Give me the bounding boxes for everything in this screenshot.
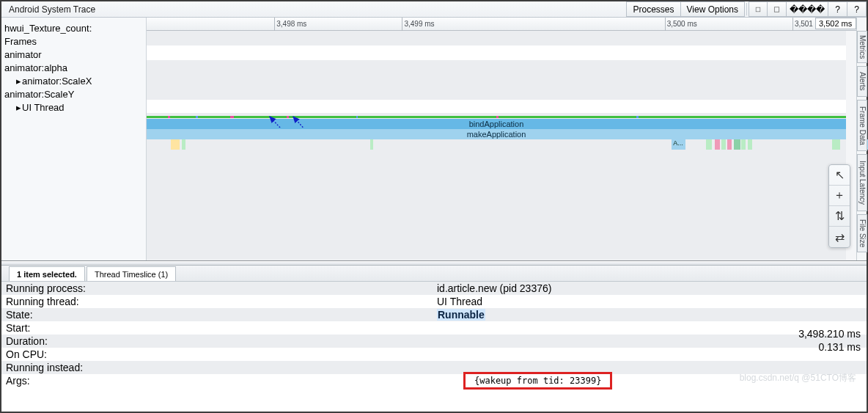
trace-slice[interactable] — [171, 139, 179, 150]
state-runnable: Runnable — [437, 309, 485, 321]
title-bar: Android System Trace Processes View Opti… — [1, 1, 867, 18]
detail-row: Start:3,498.210 ms — [1, 321, 867, 335]
tab-selection-summary[interactable]: 1 item selected. — [9, 266, 85, 281]
side-tab[interactable]: File Size — [857, 214, 867, 252]
detail-tabs: 1 item selected. Thread Timeslice (1) — [1, 266, 867, 282]
detail-row: Duration:0.131 ms — [1, 335, 867, 348]
sidebar-label: animator:alpha — [4, 62, 67, 73]
detail-key: Start: — [1, 322, 434, 334]
trace-slice[interactable] — [832, 139, 840, 150]
nav-palette: ↖ ＋ ⇅ ⇄ — [828, 164, 850, 248]
args-highlight: {wakeup from tid: 23399} — [463, 372, 612, 390]
slice-row-detail[interactable]: A...Loc — [147, 139, 846, 150]
trace-slice[interactable] — [721, 139, 726, 150]
help-button[interactable]: ? — [828, 1, 847, 17]
detail-value: Runnable — [434, 309, 867, 321]
trace-body[interactable]: bindApplication makeApplication A...Loc — [147, 31, 846, 260]
trace-slice[interactable] — [748, 139, 752, 150]
detail-key: Running thread: — [1, 296, 434, 307]
thread-state-strip[interactable] — [147, 116, 846, 118]
side-tab[interactable]: Frame Data — [857, 100, 867, 151]
detail-key: On CPU: — [1, 348, 434, 360]
trace-slice[interactable] — [370, 139, 373, 150]
toolbar-icon-2[interactable] — [768, 1, 787, 17]
trace-slice[interactable]: A... — [672, 139, 685, 150]
trace-canvas[interactable]: 3,498 ms3,499 ms3,500 ms3,501 ms 3,502 m… — [147, 18, 867, 260]
trace-area: hwui_Texture_count:Framesanimatoranimato… — [1, 18, 867, 261]
detail-value-text: 3,498.210 ms — [798, 328, 861, 340]
svg-rect-0 — [756, 7, 760, 12]
tab-thread-timeslice[interactable]: Thread Timeslice (1) — [87, 266, 176, 281]
detail-row: Running thread:UI Thread — [1, 295, 867, 308]
sidebar-label: animator:ScaleX — [22, 76, 92, 87]
detail-key: State: — [1, 309, 434, 321]
side-tab[interactable]: Alerts — [857, 66, 867, 97]
trace-sidebar[interactable]: hwui_Texture_count:Framesanimatoranimato… — [1, 18, 147, 260]
sidebar-row[interactable]: animator:ScaleY — [1, 88, 146, 101]
processes-button[interactable]: Processes — [626, 1, 680, 17]
trace-slice[interactable] — [715, 139, 721, 150]
watermark: blog.csdn.net/q @51CTO博客 — [740, 372, 856, 384]
detail-row: Args:{wakeup from tid: 23399} — [1, 374, 867, 387]
sidebar-row[interactable]: hwui_Texture_count: — [1, 22, 146, 35]
trace-slice[interactable] — [727, 139, 732, 150]
sidebar-row[interactable]: animator:alpha — [1, 62, 146, 75]
ruler-tick: 3,498 ms — [274, 18, 306, 31]
detail-rows: Running process:id.article.new (pid 2337… — [1, 282, 867, 387]
sidebar-label: animator — [4, 49, 42, 60]
side-tab[interactable]: Metrics — [857, 31, 867, 63]
trace-slice[interactable] — [706, 139, 712, 150]
zoom-in-button[interactable]: ＋ — [829, 186, 850, 206]
view-options-button[interactable]: View Options — [681, 1, 745, 17]
trace-slice[interactable] — [734, 139, 740, 150]
app-title: Android System Trace — [1, 4, 95, 15]
help-button-2[interactable]: ? — [847, 1, 867, 17]
trace-slice[interactable] — [741, 139, 746, 150]
detail-row: On CPU: — [1, 348, 867, 361]
expand-icon[interactable]: ▸ — [15, 75, 22, 88]
detail-key: Args: — [1, 375, 434, 387]
detail-key: Running process: — [1, 282, 434, 294]
sidebar-label: UI Thread — [22, 102, 65, 113]
time-ruler[interactable]: 3,498 ms3,499 ms3,500 ms3,501 ms 3,502 m… — [147, 18, 856, 31]
sidebar-row[interactable]: ▸animator:ScaleX — [1, 75, 146, 88]
sidebar-row[interactable]: animator — [1, 48, 146, 62]
pointer-tool-button[interactable]: ↖ — [829, 165, 850, 186]
detail-key: Duration: — [1, 335, 434, 347]
toolbar-divider — [746, 3, 747, 15]
detail-row: Running process:id.article.new (pid 2337… — [1, 282, 867, 295]
detail-value: id.article.new (pid 23376) — [434, 282, 867, 294]
detail-row: State:Runnable — [1, 308, 867, 321]
sidebar-row[interactable]: Frames — [1, 35, 146, 48]
detail-panel: 1 item selected. Thread Timeslice (1) Ru… — [1, 266, 867, 387]
expand-icon[interactable]: ▸ — [15, 101, 22, 114]
trace-slice[interactable] — [182, 139, 186, 150]
sidebar-label: animator:ScaleY — [4, 89, 74, 100]
side-tab[interactable]: Input Latency — [857, 154, 867, 211]
ruler-end-field[interactable]: 3,502 ms — [815, 18, 856, 29]
detail-key: Running instead: — [1, 362, 434, 373]
pan-horiz-button[interactable]: ⇄ — [829, 227, 850, 247]
ruler-tick: 3,499 ms — [402, 18, 434, 31]
slice-makeApplication[interactable]: makeApplication — [147, 129, 846, 139]
pan-vert-button[interactable]: ⇅ — [829, 206, 850, 227]
ruler-tick: 3,500 ms — [665, 18, 697, 31]
sidebar-row[interactable]: ▸UI Thread — [1, 101, 146, 114]
detail-value: UI Thread — [434, 296, 867, 307]
side-tabs: MetricsAlertsFrame DataInput LatencyFile… — [856, 18, 867, 260]
sidebar-label: Frames — [4, 36, 37, 47]
sidebar-label: hwui_Texture_count: — [4, 23, 92, 34]
mystery-label: ���� — [787, 1, 828, 17]
detail-value-text: 0.131 ms — [818, 341, 861, 353]
toolbar-icon-1[interactable] — [749, 1, 768, 17]
slice-bindApplication[interactable]: bindApplication — [147, 119, 846, 129]
svg-rect-1 — [774, 7, 779, 11]
